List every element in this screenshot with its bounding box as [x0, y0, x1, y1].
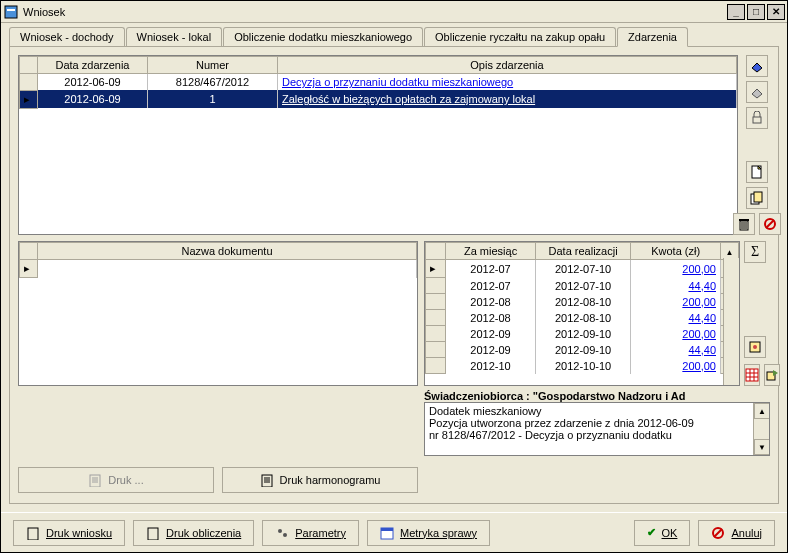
- table-row[interactable]: ▸: [20, 260, 417, 278]
- copy-doc-icon[interactable]: [746, 187, 768, 209]
- print-icon: [146, 526, 160, 540]
- col-nazwa-dokumentu[interactable]: Nazwa dokumentu: [38, 243, 417, 260]
- event-link[interactable]: Decyzja o przyznaniu dodatku mieszkaniow…: [282, 76, 513, 88]
- svg-line-40: [714, 529, 722, 537]
- col-opis[interactable]: Opis zdarzenia: [278, 57, 737, 74]
- amount-link[interactable]: 200,00: [682, 263, 716, 275]
- metryka-sprawy-button[interactable]: Metryka sprawy: [367, 520, 490, 546]
- eraser-icon[interactable]: [746, 55, 768, 77]
- tab-dochody[interactable]: Wniosek - dochody: [9, 27, 125, 46]
- col-data-realizacji[interactable]: Data realizacji: [535, 243, 630, 260]
- ok-button[interactable]: ✔ OK: [634, 520, 691, 546]
- check-icon: ✔: [647, 526, 656, 539]
- svg-rect-13: [739, 219, 749, 221]
- gear-icon: [275, 526, 289, 540]
- scroll-up-icon[interactable]: ▲: [754, 403, 770, 419]
- anuluj-button[interactable]: Anuluj: [698, 520, 775, 546]
- table-row[interactable]: 2012-082012-08-10200,00: [426, 294, 739, 310]
- maximize-button[interactable]: □: [747, 4, 765, 20]
- svg-line-15: [766, 220, 774, 228]
- print-icon: [26, 526, 40, 540]
- svg-rect-4: [753, 117, 761, 123]
- minimize-button[interactable]: _: [727, 4, 745, 20]
- tab-strip: Wniosek - dochody Wniosek - lokal Oblicz…: [1, 23, 787, 46]
- svg-point-35: [278, 529, 282, 533]
- col-numer[interactable]: Numer: [148, 57, 278, 74]
- parametry-button[interactable]: Parametry: [262, 520, 359, 546]
- table-row[interactable]: 2012-092012-09-1044,40: [426, 342, 739, 358]
- new-doc-icon[interactable]: [746, 161, 768, 183]
- svg-rect-8: [754, 192, 762, 202]
- svg-point-36: [283, 533, 287, 537]
- table-row[interactable]: ▸2012-072012-07-10200,00: [426, 260, 739, 278]
- table-row[interactable]: 2012-082012-08-1044,40: [426, 310, 739, 326]
- cancel-icon: [711, 526, 725, 540]
- close-button[interactable]: ✕: [767, 4, 785, 20]
- amount-link[interactable]: 200,00: [682, 328, 716, 340]
- calendar-icon: [380, 526, 394, 540]
- print-icon: [260, 473, 274, 487]
- svg-rect-33: [28, 528, 38, 540]
- tool-icon[interactable]: [744, 336, 766, 358]
- scrollbar[interactable]: [723, 258, 739, 385]
- tab-obliczenie-dodatku[interactable]: Obliczenie dodatku mieszkaniowego: [223, 27, 423, 46]
- col-data-zdarzenia[interactable]: Data zdarzenia: [38, 57, 148, 74]
- svg-rect-1: [7, 9, 15, 11]
- info-box: Dodatek mieszkaniowy Pozycja utworzona p…: [424, 402, 770, 456]
- app-icon: [3, 4, 19, 20]
- grid-icon[interactable]: [744, 364, 760, 386]
- documents-grid[interactable]: Nazwa dokumentu ▸: [18, 241, 418, 386]
- tab-obliczenie-ryczaltu[interactable]: Obliczenie ryczałtu na zakup opału: [424, 27, 616, 46]
- svg-rect-34: [148, 528, 158, 540]
- svg-rect-25: [90, 475, 100, 487]
- tab-lokal[interactable]: Wniosek - lokal: [126, 27, 223, 46]
- event-link[interactable]: Zaległość w bieżących opłatach za zajmow…: [282, 93, 535, 105]
- info-line: Dodatek mieszkaniowy: [429, 405, 765, 417]
- window-title: Wniosek: [23, 6, 727, 18]
- scroll-up-icon[interactable]: ▲: [726, 248, 734, 257]
- druk-harmonogramu-button[interactable]: Druk harmonogramu: [222, 467, 418, 493]
- svg-rect-38: [381, 528, 393, 531]
- amount-link[interactable]: 200,00: [682, 296, 716, 308]
- table-row[interactable]: 2012-06-09 8128/467/2012 Decyzja o przyz…: [20, 74, 737, 91]
- bottom-toolbar: Druk wniosku Druk obliczenia Parametry M…: [1, 512, 787, 552]
- svg-point-17: [753, 345, 757, 349]
- trash-icon[interactable]: [733, 213, 755, 235]
- druk-button: Druk ...: [18, 467, 214, 493]
- col-za-miesiac[interactable]: Za miesiąc: [446, 243, 536, 260]
- svg-rect-18: [746, 369, 758, 381]
- lock-icon[interactable]: [746, 107, 768, 129]
- events-grid[interactable]: Data zdarzenia Numer Opis zdarzenia 2012…: [18, 55, 738, 235]
- sum-button[interactable]: Σ: [744, 241, 766, 263]
- tab-zdarzenia[interactable]: Zdarzenia: [617, 27, 688, 47]
- amount-link[interactable]: 44,40: [688, 344, 716, 356]
- amount-link[interactable]: 44,40: [688, 280, 716, 292]
- svg-marker-2: [752, 63, 762, 72]
- payments-grid[interactable]: Za miesiąc Data realizacji Kwota (zł) ▲ …: [424, 241, 740, 386]
- table-row[interactable]: 2012-072012-07-1044,40: [426, 278, 739, 294]
- druk-obliczenia-button[interactable]: Druk obliczenia: [133, 520, 254, 546]
- forbid-icon[interactable]: [759, 213, 781, 235]
- table-row[interactable]: ▸ 2012-06-09 1 Zaległość w bieżących opł…: [20, 90, 737, 108]
- scroll-down-icon[interactable]: ▼: [754, 439, 770, 455]
- erase-alt-icon[interactable]: [746, 81, 768, 103]
- grid-corner: [20, 57, 38, 74]
- druk-wniosku-button[interactable]: Druk wniosku: [13, 520, 125, 546]
- svg-marker-3: [752, 89, 762, 98]
- info-line: Pozycja utworzona przez zdarzenie z dnia…: [429, 417, 765, 429]
- info-line: nr 8128/467/2012 - Decyzja o przyznaniu …: [429, 429, 765, 441]
- print-icon: [88, 473, 102, 487]
- svg-rect-0: [5, 6, 17, 18]
- amount-link[interactable]: 44,40: [688, 312, 716, 324]
- export-icon[interactable]: [764, 364, 780, 386]
- table-row[interactable]: 2012-092012-09-10200,00: [426, 326, 739, 342]
- titlebar: Wniosek _ □ ✕: [1, 1, 787, 23]
- scrollbar[interactable]: ▲ ▼: [753, 403, 769, 455]
- tab-content: Data zdarzenia Numer Opis zdarzenia 2012…: [9, 46, 779, 504]
- amount-link[interactable]: 200,00: [682, 360, 716, 372]
- svg-rect-29: [262, 475, 272, 487]
- table-row[interactable]: 2012-102012-10-10200,00: [426, 358, 739, 374]
- beneficiary-label: Świadczeniobiorca : "Gospodarstwo Nadzor…: [424, 390, 770, 402]
- col-kwota[interactable]: Kwota (zł): [631, 243, 721, 260]
